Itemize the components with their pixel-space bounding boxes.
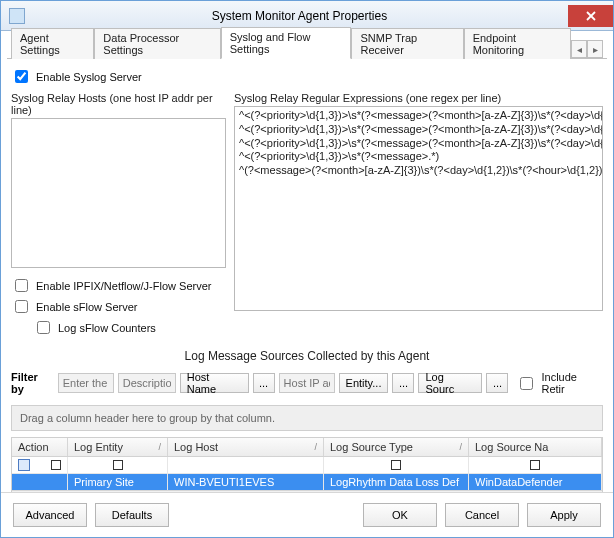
tab-scroll-left[interactable]: ◂ [571,40,587,58]
window-title: System Monitor Agent Properties [31,9,568,23]
entity-button[interactable]: Entity... [339,373,389,393]
enable-syslog-checkbox[interactable]: Enable Syslog Server [11,67,603,86]
host-name-button[interactable]: Host Name [180,373,249,393]
filter-desc-input[interactable] [118,373,176,393]
tab-agent-settings[interactable]: Agent Settings [11,28,94,59]
relay-hosts-label: Syslog Relay Hosts (one host IP addr per… [11,92,226,116]
filter-cell-icon[interactable] [113,460,123,470]
filter-cell-icon[interactable] [391,460,401,470]
relay-regex-label: Syslog Relay Regular Expressions (one re… [234,92,603,104]
tab-endpoint-monitoring[interactable]: Endpoint Monitoring [464,28,571,59]
button-bar: Advanced Defaults OK Cancel Apply [1,492,613,537]
enable-syslog-input[interactable] [15,70,28,83]
include-retired-checkbox[interactable]: Include Retir [516,371,603,395]
tab-snmp-trap[interactable]: SNMP Trap Receiver [351,28,463,59]
cell-name: WinDataDefender [469,474,602,490]
apply-button[interactable]: Apply [527,503,601,527]
advanced-button[interactable]: Advanced [13,503,87,527]
tab-data-processor[interactable]: Data Processor Settings [94,28,220,59]
cell-entity: Primary Site [68,474,168,490]
col-entity[interactable]: Log Entity/ [68,438,168,456]
enable-sflow-input[interactable] [15,300,28,313]
log-source-browse[interactable]: ... [486,373,508,393]
close-button[interactable] [568,5,613,27]
filter-row[interactable] [12,457,602,474]
col-type[interactable]: Log Source Type/ [324,438,469,456]
host-name-browse[interactable]: ... [253,373,275,393]
scroll-right-icon[interactable]: ▸ [586,492,602,493]
col-name[interactable]: Log Source Na [469,438,602,456]
sources-table: Action Log Entity/ Log Host/ Log Source … [11,437,603,492]
table-header: Action Log Entity/ Log Host/ Log Source … [12,438,602,457]
filter-bar: Filter by Host Name ... Entity... ... Lo… [11,369,603,397]
table-row[interactable]: Primary Site WIN-BVEUTI1EVES LogRhythm D… [12,474,602,490]
group-by-bar[interactable]: Drag a column header here to group by th… [11,405,603,431]
include-retired-input[interactable] [520,377,533,390]
log-source-button[interactable]: Log Sourc [418,373,482,393]
tab-scroll-right[interactable]: ▸ [587,40,603,58]
close-icon [585,10,597,22]
log-sflow-input[interactable] [37,321,50,334]
log-sflow-label: Log sFlow Counters [58,322,156,334]
enable-sflow-checkbox[interactable]: Enable sFlow Server [11,297,226,316]
cell-host: WIN-BVEUTI1EVES [168,474,324,490]
filter-cell-icon[interactable] [51,460,61,470]
enable-sflow-label: Enable sFlow Server [36,301,138,313]
filter-hostip-input[interactable] [279,373,335,393]
cancel-button[interactable]: Cancel [445,503,519,527]
cell-type: LogRhythm Data Loss Def [324,474,469,490]
include-retired-label: Include Retir [541,371,603,395]
tab-syslog-flow[interactable]: Syslog and Flow Settings [221,27,352,59]
enable-syslog-label: Enable Syslog Server [36,71,142,83]
scroll-left-icon[interactable]: ◂ [12,492,28,493]
relay-regex-textarea[interactable]: ^<(?<priority>\d{1,3})>\s*(?<message>(?<… [234,106,603,311]
edit-row-icon[interactable] [18,459,30,471]
filter-cell-icon[interactable] [530,460,540,470]
enable-ipfix-input[interactable] [15,279,28,292]
app-icon [9,8,25,24]
enable-ipfix-label: Enable IPFIX/Netflow/J-Flow Server [36,280,211,292]
enable-ipfix-checkbox[interactable]: Enable IPFIX/Netflow/J-Flow Server [11,276,226,295]
filter-by-label: Filter by [11,371,54,395]
horizontal-scrollbar[interactable]: ◂ ▸ [12,490,602,492]
col-host[interactable]: Log Host/ [168,438,324,456]
ok-button[interactable]: OK [363,503,437,527]
section-heading: Log Message Sources Collected by this Ag… [11,349,603,363]
log-sflow-checkbox[interactable]: Log sFlow Counters [33,318,226,337]
defaults-button[interactable]: Defaults [95,503,169,527]
group-by-hint: Drag a column header here to group by th… [20,412,275,424]
tab-strip: Agent Settings Data Processor Settings S… [7,35,607,59]
filter-name-input[interactable] [58,373,114,393]
col-action[interactable]: Action [12,438,68,456]
relay-hosts-textarea[interactable] [11,118,226,268]
entity-browse[interactable]: ... [392,373,414,393]
